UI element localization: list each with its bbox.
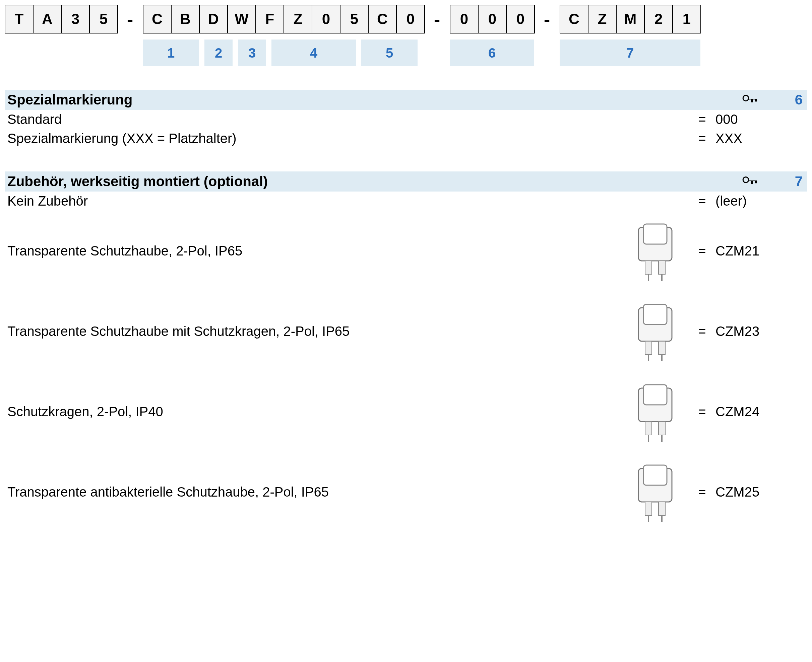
section-header: Spezialmarkierung 6	[5, 90, 807, 110]
option-code: CZM24	[715, 404, 802, 419]
encoder-cell: 5	[89, 5, 118, 34]
encoder-cell: Z	[588, 5, 617, 34]
section-title: Zubehör, werkseitig montiert (optional)	[7, 174, 742, 190]
option-desc: Transparente Schutzhaube, 2-Pol, IP65	[7, 243, 622, 259]
encoder-legend-g4: 7	[560, 40, 701, 66]
encoder-legend-g3: 6	[450, 40, 534, 66]
encoder-cell: D	[199, 5, 228, 34]
option-thumb	[622, 458, 689, 525]
legend-chip: 4	[271, 40, 356, 66]
equals-sign: =	[689, 112, 715, 127]
option-desc: Standard	[7, 112, 622, 127]
section-title: Spezialmarkierung	[7, 92, 742, 108]
option-code: (leer)	[715, 194, 802, 209]
key-icon	[742, 174, 759, 190]
encoder-cell: 3	[61, 5, 90, 34]
encoder-separator: -	[117, 5, 143, 34]
encoder-legend-g2: 1 2 3 4 5	[143, 40, 424, 66]
encoder-cell: C	[368, 5, 397, 34]
option-desc: Schutzkragen, 2-Pol, IP40	[7, 404, 622, 419]
section-spezialmarkierung: Spezialmarkierung 6 Standard = 000 Spezi…	[5, 90, 807, 148]
option-desc: Spezialmarkierung (XXX = Platzhalter)	[7, 131, 622, 146]
legend-chip: 7	[560, 40, 701, 66]
equals-sign: =	[689, 243, 715, 259]
option-code: CZM21	[715, 243, 802, 259]
equals-sign: =	[689, 485, 715, 500]
encoder-group-3: 0 0 0 6	[450, 5, 534, 66]
product-icon	[630, 298, 680, 365]
encoder-cell: 0	[312, 5, 340, 34]
section-zubehoer: Zubehör, werkseitig montiert (optional) …	[5, 172, 807, 532]
equals-sign: =	[689, 131, 715, 146]
part-number-encoder: T A 3 5 - C B D W F Z 0 5 C 0 1 2 3 4	[5, 5, 807, 66]
encoder-cell: A	[33, 5, 62, 34]
encoder-group-4: C Z M 2 1 7	[560, 5, 701, 66]
option-thumb	[622, 378, 689, 445]
encoder-separator: -	[424, 5, 450, 34]
encoder-cell: 0	[450, 5, 478, 34]
product-icon	[630, 458, 680, 525]
encoder-cell: F	[255, 5, 284, 34]
option-row: Transparente Schutzhaube, 2-Pol, IP65 = …	[5, 210, 807, 291]
encoder-cell: T	[5, 5, 34, 34]
legend-chip: 1	[143, 40, 199, 66]
option-desc: Transparente antibakterielle Schutzhaube…	[7, 485, 622, 500]
encoder-cell: 0	[396, 5, 425, 34]
section-header: Zubehör, werkseitig montiert (optional) …	[5, 172, 807, 191]
key-icon	[742, 92, 759, 108]
option-code: XXX	[715, 131, 802, 146]
section-ref-number: 7	[783, 174, 802, 190]
option-desc: Kein Zubehör	[7, 194, 622, 209]
legend-chip: 2	[205, 40, 233, 66]
option-row: Standard = 000	[5, 110, 807, 129]
equals-sign: =	[689, 404, 715, 419]
encoder-separator: -	[534, 5, 560, 34]
encoder-cell: 0	[478, 5, 507, 34]
encoder-cell: 0	[506, 5, 535, 34]
option-thumb	[622, 298, 689, 365]
encoder-cell: 5	[340, 5, 369, 34]
option-thumb	[622, 217, 689, 284]
encoder-group-2: C B D W F Z 0 5 C 0 1 2 3 4 5	[143, 5, 424, 66]
option-row: Spezialmarkierung (XXX = Platzhalter) = …	[5, 129, 807, 148]
option-row: Schutzkragen, 2-Pol, IP40 = CZM24	[5, 371, 807, 452]
encoder-cell: 1	[672, 5, 701, 34]
equals-sign: =	[689, 324, 715, 339]
legend-chip: 3	[238, 40, 266, 66]
option-row: Kein Zubehör = (leer)	[5, 191, 807, 210]
encoder-group-1: T A 3 5	[5, 5, 117, 34]
option-code: CZM25	[715, 485, 802, 500]
encoder-cell: W	[227, 5, 256, 34]
encoder-cell: 2	[644, 5, 673, 34]
product-icon	[630, 378, 680, 445]
equals-sign: =	[689, 194, 715, 209]
option-row: Transparente Schutzhaube mit Schutzkrage…	[5, 291, 807, 371]
option-code: 000	[715, 112, 802, 127]
encoder-cell: B	[171, 5, 200, 34]
encoder-cell: C	[143, 5, 172, 34]
section-ref-number: 6	[783, 92, 802, 108]
legend-chip: 6	[450, 40, 534, 66]
legend-chip: 5	[361, 40, 417, 66]
option-desc: Transparente Schutzhaube mit Schutzkrage…	[7, 324, 622, 339]
option-row: Transparente antibakterielle Schutzhaube…	[5, 452, 807, 532]
encoder-cell: Z	[284, 5, 313, 34]
encoder-cell: C	[560, 5, 588, 34]
encoder-cell: M	[616, 5, 645, 34]
product-icon	[630, 217, 680, 284]
option-code: CZM23	[715, 324, 802, 339]
